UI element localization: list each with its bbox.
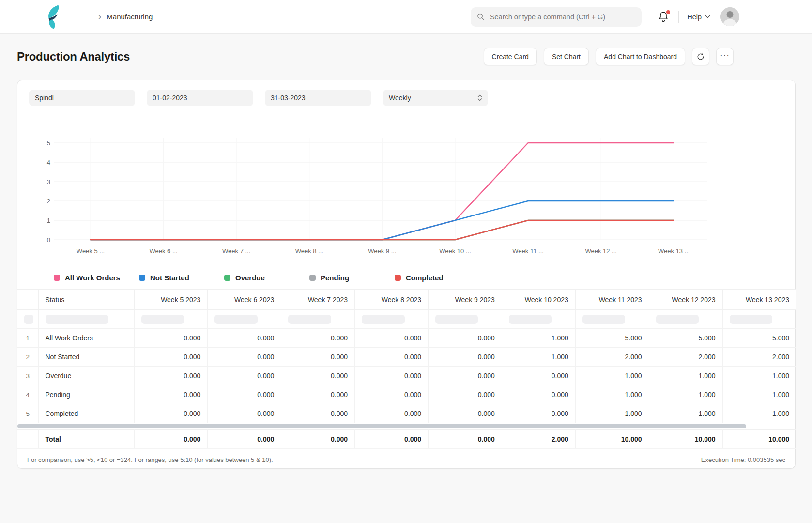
legend-label: Completed xyxy=(406,274,444,282)
page-actions: Create Card Set Chart Add Chart to Dashb… xyxy=(484,48,734,65)
refresh-button[interactable] xyxy=(692,48,709,65)
top-navbar: › Manufacturing Help xyxy=(0,0,812,34)
column-header-week-12-2023[interactable]: Week 12 2023 xyxy=(649,290,722,310)
total-value-cell: 2.000 xyxy=(502,430,575,449)
filter-input[interactable] xyxy=(730,315,773,324)
header-index-cell xyxy=(17,290,38,310)
help-menu[interactable]: Help xyxy=(687,13,710,21)
filter-input[interactable] xyxy=(435,315,478,324)
filter-input[interactable] xyxy=(509,315,552,324)
filter-cell-week-6-2023[interactable] xyxy=(208,310,281,329)
refresh-icon xyxy=(696,52,705,61)
filter-cell-status[interactable] xyxy=(38,310,134,329)
from-date-filter-input[interactable] xyxy=(147,90,253,106)
chart-legend: All Work OrdersNot StartedOverduePending… xyxy=(17,266,795,289)
filter-input[interactable] xyxy=(141,315,184,324)
legend-swatch xyxy=(54,275,60,281)
value-cell: 0.000 xyxy=(134,348,208,367)
filter-input[interactable] xyxy=(24,315,33,324)
status-cell: Overdue xyxy=(38,367,134,385)
column-header-week-10-2023[interactable]: Week 10 2023 xyxy=(502,290,575,310)
filter-cell-week-12-2023[interactable] xyxy=(649,310,722,329)
filter-cell-week-13-2023[interactable] xyxy=(722,310,796,329)
value-cell: 0.000 xyxy=(429,385,502,404)
value-cell: 0.000 xyxy=(134,385,208,404)
x-axis-tick-label: Week 13 ... xyxy=(658,247,690,255)
filter-cell-week-7-2023[interactable] xyxy=(281,310,355,329)
legend-item-completed: Completed xyxy=(395,274,480,282)
chart-canvas: 012345Week 5 ...Week 6 ...Week 7 ...Week… xyxy=(17,121,796,264)
filter-input[interactable] xyxy=(214,315,257,324)
row-index: 4 xyxy=(17,385,38,404)
filter-cell-week-9-2023[interactable] xyxy=(429,310,502,329)
legend-item-all-work-orders: All Work Orders xyxy=(54,274,139,282)
create-card-button[interactable]: Create Card xyxy=(484,48,537,65)
value-cell: 0.000 xyxy=(502,367,575,385)
app-logo[interactable] xyxy=(45,4,65,30)
ellipsis-icon: ··· xyxy=(720,50,730,63)
column-header-status[interactable]: Status xyxy=(38,290,134,310)
filter-bar: Weekly xyxy=(17,80,795,115)
more-options-button[interactable]: ··· xyxy=(716,48,734,65)
value-cell: 0.000 xyxy=(281,329,355,348)
user-avatar[interactable] xyxy=(720,7,739,26)
filter-input[interactable] xyxy=(582,315,625,324)
filter-cell-week-8-2023[interactable] xyxy=(355,310,429,329)
y-axis-tick-label: 2 xyxy=(47,198,50,205)
value-cell: 1.000 xyxy=(575,385,649,404)
table-row-pending: 4Pending0.0000.0000.0000.0000.0000.0001.… xyxy=(17,385,796,404)
legend-item-pending: Pending xyxy=(309,274,395,282)
search-input[interactable] xyxy=(489,13,635,21)
column-header-week-6-2023[interactable]: Week 6 2023 xyxy=(208,290,281,310)
column-header-week-8-2023[interactable]: Week 8 2023 xyxy=(355,290,429,310)
legend-swatch xyxy=(309,275,316,281)
filter-input[interactable] xyxy=(46,315,108,324)
value-cell: 1.000 xyxy=(649,367,722,385)
value-cell: 0.000 xyxy=(208,385,281,404)
add-chart-to-dashboard-button[interactable]: Add Chart to Dashboard xyxy=(596,48,685,65)
execution-time: Execution Time: 0.003535 sec xyxy=(701,456,785,463)
value-cell: 0.000 xyxy=(281,385,355,404)
value-cell: 0.000 xyxy=(429,348,502,367)
table-row-not-started: 2Not Started0.0000.0000.0000.0000.0001.0… xyxy=(17,348,796,367)
help-label: Help xyxy=(687,13,702,21)
page-title: Production Analytics xyxy=(17,50,130,63)
range-select-value: Weekly xyxy=(389,94,411,102)
filter-input[interactable] xyxy=(288,315,331,324)
x-axis-tick-label: Week 9 ... xyxy=(368,247,396,255)
range-select[interactable]: Weekly xyxy=(383,90,488,106)
column-header-week-7-2023[interactable]: Week 7 2023 xyxy=(281,290,355,310)
filter-input[interactable] xyxy=(656,315,699,324)
value-cell: 5.000 xyxy=(575,329,649,348)
value-cell: 1.000 xyxy=(502,329,575,348)
filter-cell-week-5-2023[interactable] xyxy=(134,310,208,329)
filter-cell-week-11-2023[interactable] xyxy=(575,310,649,329)
filter-cell-week-10-2023[interactable] xyxy=(502,310,575,329)
status-cell: Not Started xyxy=(38,348,134,367)
value-cell: 0.000 xyxy=(281,404,355,423)
page-header: Production Analytics Create Card Set Cha… xyxy=(17,47,734,66)
column-header-week-5-2023[interactable]: Week 5 2023 xyxy=(134,290,208,310)
notifications-button[interactable] xyxy=(658,11,669,23)
total-label-cell: Total xyxy=(38,430,134,449)
table-filter-row xyxy=(17,310,796,329)
breadcrumb[interactable]: › Manufacturing xyxy=(98,12,153,22)
status-cell: Pending xyxy=(38,385,134,404)
column-header-week-11-2023[interactable]: Week 11 2023 xyxy=(575,290,649,310)
value-cell: 0.000 xyxy=(502,385,575,404)
global-search[interactable] xyxy=(471,7,642,27)
line-chart: 012345Week 5 ...Week 6 ...Week 7 ...Week… xyxy=(17,115,795,266)
column-header-week-13-2023[interactable]: Week 13 2023 xyxy=(722,290,796,310)
filter-input[interactable] xyxy=(362,315,404,324)
row-index: 5 xyxy=(17,404,38,423)
to-date-filter-input[interactable] xyxy=(265,90,371,106)
table-row-completed: 5Completed0.0000.0000.0000.0000.0000.000… xyxy=(17,404,796,423)
search-icon xyxy=(477,13,485,21)
horizontal-scrollbar[interactable] xyxy=(17,424,746,428)
column-header-week-9-2023[interactable]: Week 9 2023 xyxy=(429,290,502,310)
company-filter-input[interactable] xyxy=(29,90,135,106)
filter-cell-index[interactable] xyxy=(17,310,38,329)
legend-label: Not Started xyxy=(150,274,189,282)
set-chart-button[interactable]: Set Chart xyxy=(544,48,589,65)
table-row-all-work-orders: 1All Work Orders0.0000.0000.0000.0000.00… xyxy=(17,329,796,348)
